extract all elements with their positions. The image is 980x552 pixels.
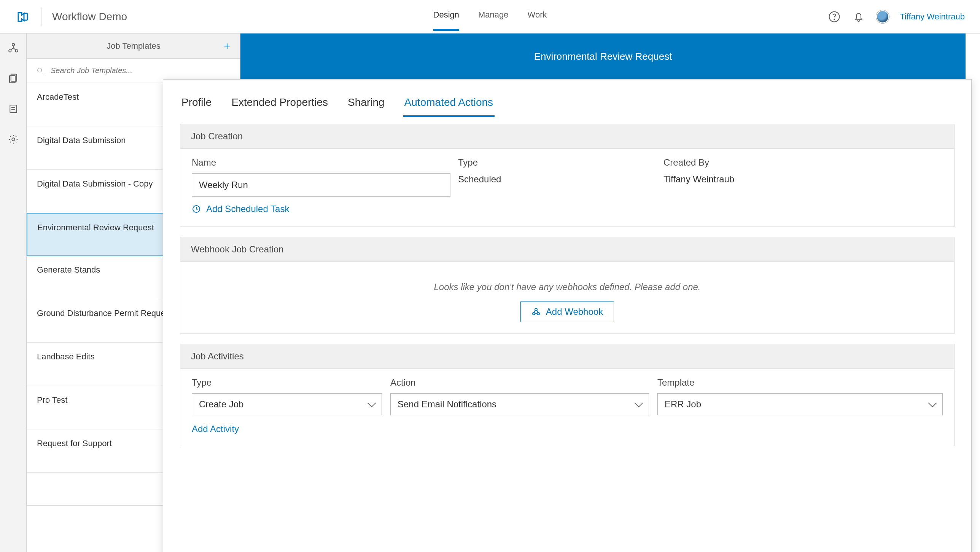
activity-action-select[interactable]: Send Email Notifications <box>390 393 649 415</box>
label-activity-action: Action <box>390 377 649 388</box>
section-webhook-header: Webhook Job Creation <box>180 237 954 262</box>
svg-rect-7 <box>10 105 17 113</box>
app-logo-icon <box>15 9 30 24</box>
nav-tab-work[interactable]: Work <box>528 10 547 29</box>
job-templates-title: Job Templates <box>107 41 160 51</box>
left-rail <box>0 34 27 552</box>
rail-settings-icon[interactable] <box>6 132 20 146</box>
detail-tabs: Profile Extended Properties Sharing Auto… <box>180 93 955 117</box>
label-created-by: Created By <box>663 157 943 168</box>
section-job-creation: Job Creation Name Type Scheduled Created… <box>180 124 955 227</box>
tab-sharing[interactable]: Sharing <box>346 93 386 117</box>
svg-point-8 <box>12 138 15 141</box>
section-job-activities: Job Activities Type Create Job Action Se… <box>180 344 955 446</box>
svg-point-11 <box>533 313 535 315</box>
svg-point-1 <box>834 19 835 19</box>
tab-extended-properties[interactable]: Extended Properties <box>230 93 329 117</box>
user-avatar[interactable] <box>876 10 889 23</box>
page-title: Environmental Review Request <box>534 51 672 62</box>
help-icon[interactable] <box>827 10 841 24</box>
add-webhook-button[interactable]: Add Webhook <box>520 302 614 322</box>
rail-templates-icon[interactable] <box>6 72 20 85</box>
section-job-creation-header: Job Creation <box>180 124 954 149</box>
add-webhook-label: Add Webhook <box>546 306 603 317</box>
job-templates-header: Job Templates + <box>27 34 240 59</box>
rail-diagram-icon[interactable] <box>6 41 20 55</box>
detail-panel: Profile Extended Properties Sharing Auto… <box>163 79 972 552</box>
svg-point-2 <box>12 43 14 46</box>
activity-action-value: Send Email Notifications <box>398 399 496 410</box>
activity-type-value: Create Job <box>199 399 243 410</box>
tab-automated-actions[interactable]: Automated Actions <box>403 93 495 117</box>
add-scheduled-task-button[interactable]: Add Scheduled Task <box>192 204 289 214</box>
app-header: Workflow Demo Design Manage Work Tiffany… <box>0 0 980 34</box>
label-name: Name <box>192 157 450 168</box>
job-name-input[interactable] <box>192 173 450 197</box>
activity-type-select[interactable]: Create Job <box>192 393 382 415</box>
app-title: Workflow Demo <box>52 11 127 23</box>
tab-profile[interactable]: Profile <box>180 93 213 117</box>
section-webhook: Webhook Job Creation Looks like you don'… <box>180 237 955 334</box>
content-banner-wrap: Environmental Review Request <box>240 34 966 79</box>
nav-tab-manage[interactable]: Manage <box>478 10 509 29</box>
activity-template-value: ERR Job <box>665 399 701 410</box>
job-created-by-value: Tiffany Weintraub <box>663 174 943 185</box>
svg-point-4 <box>15 49 18 52</box>
webhook-empty-message: Looks like you don't have any webhooks d… <box>192 282 943 292</box>
nav-tab-design[interactable]: Design <box>433 10 459 31</box>
webhook-icon <box>531 307 541 316</box>
label-activity-type: Type <box>192 377 382 388</box>
activity-template-select[interactable]: ERR Job <box>657 393 943 415</box>
user-name-link[interactable]: Tiffany Weintraub <box>900 12 965 22</box>
svg-point-9 <box>38 68 42 72</box>
clock-icon <box>192 204 201 214</box>
template-search-input[interactable] <box>51 66 231 75</box>
label-type: Type <box>458 157 656 168</box>
header-divider <box>41 7 41 26</box>
label-activity-template: Template <box>657 377 943 388</box>
add-template-button[interactable]: + <box>224 41 230 51</box>
svg-point-3 <box>9 49 11 52</box>
notifications-icon[interactable] <box>852 10 865 24</box>
add-activity-button[interactable]: Add Activity <box>192 424 943 434</box>
add-scheduled-task-label: Add Scheduled Task <box>206 204 289 214</box>
search-icon <box>36 67 45 75</box>
header-nav: Design Manage Work <box>433 0 547 34</box>
section-job-activities-header: Job Activities <box>180 344 954 369</box>
rail-notes-icon[interactable] <box>6 102 20 116</box>
svg-point-12 <box>537 313 539 315</box>
job-type-value: Scheduled <box>458 174 656 185</box>
page-title-banner: Environmental Review Request <box>240 34 966 79</box>
